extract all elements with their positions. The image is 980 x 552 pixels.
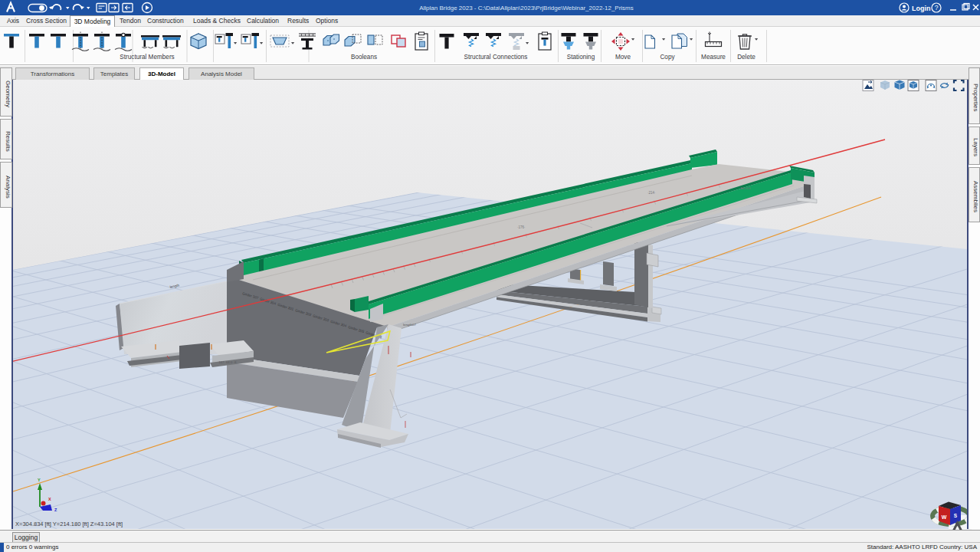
svg-text:Copy: Copy <box>660 54 675 61</box>
svg-text:Y: Y <box>38 478 41 482</box>
svg-text:Structural Members: Structural Members <box>120 54 174 61</box>
svg-text:Abut08: Abut08 <box>740 186 751 190</box>
svg-text:Move: Move <box>615 54 631 61</box>
svg-text:Delete: Delete <box>737 54 755 61</box>
svg-text:Login: Login <box>912 5 931 12</box>
svg-text:Structural Connections: Structural Connections <box>464 54 528 61</box>
svg-text:X=304.834 [ft] Y=214.180 [ft]: X=304.834 [ft] Y=214.180 [ft] Z=43.104 [… <box>15 521 123 527</box>
svg-text:·214·: ·214· <box>647 191 656 195</box>
svg-text:·167· 64.0··8·: ·167· 64.0··8· <box>218 360 238 364</box>
svg-text:S: S <box>954 513 958 518</box>
svg-text:Stationing: Stationing <box>567 54 595 61</box>
svg-text:·176·: ·176· <box>517 225 526 229</box>
svg-text:W: W <box>942 514 947 520</box>
svg-text:Booleans: Booleans <box>351 54 377 61</box>
svg-text:?: ? <box>935 4 939 12</box>
svg-text:Measure: Measure <box>701 54 726 61</box>
svg-text:Allplan Bridge 2023 - C:\Data\: Allplan Bridge 2023 - C:\Data\Allplan\20… <box>419 5 634 12</box>
svg-text:X: X <box>48 497 51 501</box>
svg-text:length07: length07 <box>403 323 416 327</box>
